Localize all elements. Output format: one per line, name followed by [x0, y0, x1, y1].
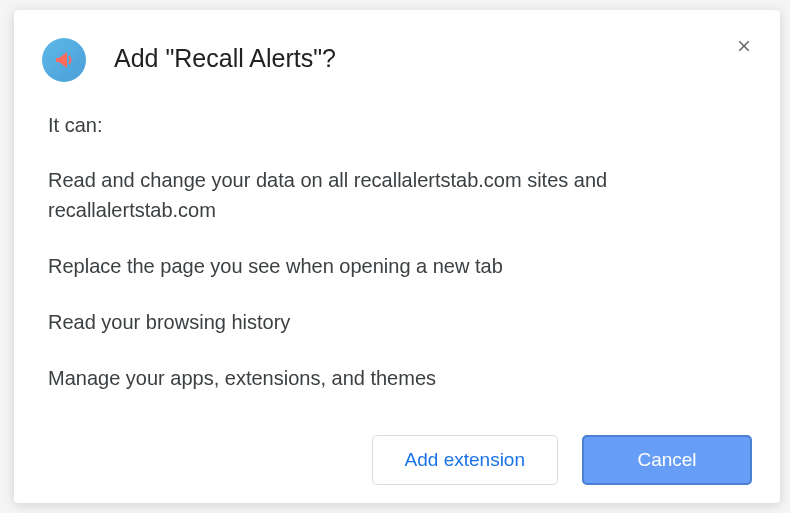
add-extension-button[interactable]: Add extension: [372, 435, 558, 485]
close-button[interactable]: [728, 30, 760, 62]
permission-item: Read and change your data on all recalla…: [48, 165, 746, 225]
extension-install-dialog: Add "Recall Alerts"? It can: Read and ch…: [14, 10, 780, 503]
dialog-footer: Add extension Cancel: [14, 419, 780, 511]
dialog-header: Add "Recall Alerts"?: [14, 10, 780, 82]
dialog-title: Add "Recall Alerts"?: [114, 44, 336, 73]
extension-megaphone-icon: [42, 38, 86, 82]
close-icon: [735, 37, 753, 55]
dialog-body: It can: Read and change your data on all…: [14, 82, 780, 419]
permission-item: Replace the page you see when opening a …: [48, 251, 746, 281]
permissions-intro: It can:: [48, 114, 746, 137]
cancel-button[interactable]: Cancel: [582, 435, 752, 485]
permission-item: Read your browsing history: [48, 307, 746, 337]
permission-item: Manage your apps, extensions, and themes: [48, 363, 746, 393]
